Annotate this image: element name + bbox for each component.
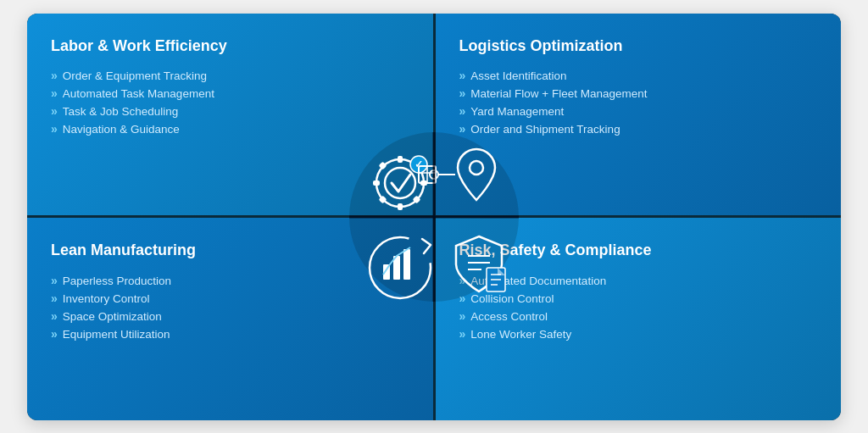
list-item: Space Optimization [51, 309, 409, 323]
center-icons-svg: ✓ [341, 124, 527, 310]
logistics-title: Logistics Optimization [459, 37, 818, 56]
svg-rect-22 [403, 249, 410, 280]
center-icons-overlay: ✓ [341, 124, 527, 310]
svg-rect-3 [398, 156, 403, 163]
list-item: Lone Worker Safety [459, 327, 818, 341]
list-item: Order & Equipment Tracking [51, 69, 409, 82]
list-item: Access Control [459, 309, 818, 323]
list-item: Yard Management [459, 104, 818, 118]
svg-rect-4 [398, 203, 403, 210]
main-container: Labor & Work Efficiency Order & Equipmen… [27, 14, 841, 420]
list-item: Asset Identification [459, 69, 818, 82]
list-item: Task & Job Scheduling [51, 104, 409, 118]
list-item: Automated Task Management [51, 86, 409, 100]
labor-title: Labor & Work Efficiency [51, 37, 409, 56]
svg-rect-5 [373, 180, 380, 186]
list-item: Equipment Utilization [51, 327, 409, 341]
list-item: Material Flow + Fleet Management [459, 86, 818, 100]
